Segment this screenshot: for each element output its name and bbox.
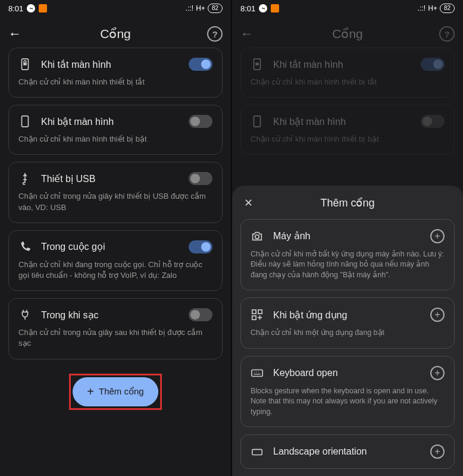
back-button[interactable]: ← <box>8 26 21 42</box>
status-bar: 8:01 .::! H+ 82 <box>0 0 231 17</box>
sheet-item-title: Khi bật ứng dụng <box>273 309 421 321</box>
signal-icon: .::! <box>186 4 193 12</box>
signal-icon: .::! <box>418 4 426 12</box>
gate-item-charging[interactable]: Trong khi sạc Chặn cử chỉ trong nửa giây… <box>8 298 223 359</box>
sheet-item-app-open[interactable]: Khi bật ứng dụng + Chặn cử chỉ khi một ứ… <box>240 298 455 349</box>
toggle-usb[interactable] <box>189 172 212 185</box>
camera-icon <box>251 230 264 243</box>
back-button: ← <box>240 26 254 42</box>
sheet-item-desc: Blocks gesture when the keyboard is open… <box>251 386 445 418</box>
status-bar: 8:01 .::! H+ 82 <box>232 0 463 17</box>
screen-right: 8:01 .::! H+ 82 ← Cổng ? Khi tắt màn hìn… <box>232 0 463 476</box>
svg-rect-3 <box>254 59 261 70</box>
sheet-item-title: Keyboard open <box>273 368 421 378</box>
gates-list: Khi tắt màn hình Chặn cử chỉ khi màn hìn… <box>0 48 231 476</box>
gate-title: Khi bật màn hình <box>273 116 411 127</box>
add-icon[interactable]: + <box>430 229 445 243</box>
svg-rect-9 <box>252 316 256 320</box>
gate-title: Trong khi sạc <box>41 309 179 321</box>
toggle <box>421 115 445 128</box>
gate-title: Khi tắt màn hình <box>41 59 179 70</box>
app-icon <box>39 4 47 12</box>
lock-phone-icon <box>18 58 32 71</box>
lock-phone-icon <box>251 58 264 71</box>
app-icon <box>271 4 279 12</box>
svg-rect-4 <box>255 62 259 65</box>
sheet-item-keyboard[interactable]: Keyboard open + Blocks gesture when the … <box>240 356 455 428</box>
gate-desc: Chặn cử chỉ trong nửa giây sau khi thiết… <box>18 327 212 349</box>
svg-rect-10 <box>252 369 262 376</box>
gate-desc: Chặn cử chỉ khi màn hình thiết bị bật <box>251 134 445 145</box>
help-button[interactable]: ? <box>207 26 223 42</box>
battery-indicator: 82 <box>440 4 455 13</box>
sheet-item-desc: Chặn cử chỉ khi mở bất kỳ ứng dụng máy ả… <box>251 249 445 281</box>
highlight-annotation: + Thêm cổng <box>69 374 161 410</box>
gate-desc: Chặn cử chỉ khi màn hình thiết bị tắt <box>251 77 445 87</box>
svg-rect-11 <box>252 449 262 455</box>
sheet-item-camera[interactable]: Máy ảnh + Chặn cử chỉ khi mở bất kỳ ứng … <box>240 219 455 291</box>
sheet-item-landscape[interactable]: Landscape orientation + <box>240 434 455 469</box>
apps-icon <box>251 308 264 321</box>
network-label: H+ <box>428 4 437 12</box>
gate-desc: Chặn cử chỉ khi đang trong cuộc gọi. Chỉ… <box>18 259 212 281</box>
plus-icon: + <box>87 385 94 399</box>
svg-rect-5 <box>254 116 261 127</box>
gate-desc: Chặn cử chỉ khi màn hình thiết bị tắt <box>18 77 212 87</box>
sheet-title: Thêm cổng <box>320 196 374 209</box>
gate-item-screen-off: Khi tắt màn hình Chặn cử chỉ khi màn hìn… <box>240 48 455 98</box>
sheet-item-title: Landscape orientation <box>273 446 421 457</box>
messenger-icon <box>27 4 35 12</box>
toggle <box>421 58 445 71</box>
messenger-icon <box>259 4 267 12</box>
gate-item-screen-on: Khi bật màn hình Chặn cử chỉ khi màn hìn… <box>240 105 455 155</box>
gate-desc: Chặn cử chỉ trong nửa giây khi thiết bị … <box>18 191 212 212</box>
gate-title: Khi bật màn hình <box>41 116 179 127</box>
phone-icon <box>251 115 264 128</box>
fab-label: Thêm cổng <box>99 386 144 397</box>
gate-item-screen-on[interactable]: Khi bật màn hình Chặn cử chỉ khi màn hìn… <box>8 105 223 155</box>
header: ← Cổng ? <box>232 17 463 48</box>
usb-icon <box>18 172 32 185</box>
gate-item-usb[interactable]: Thiết bị USB Chặn cử chỉ trong nửa giây … <box>8 162 223 223</box>
sheet-item-desc: Chặn cử chỉ khi một ứng dụng đang bật <box>251 328 445 339</box>
gate-title: Trong cuộc gọi <box>41 241 179 252</box>
toggle-call[interactable] <box>189 240 212 253</box>
status-time: 8:01 <box>240 4 255 13</box>
close-sheet-button[interactable]: ✕ <box>244 196 253 209</box>
add-gate-button[interactable]: + Thêm cổng <box>73 377 158 406</box>
screen-left: 8:01 .::! H+ 82 ← Cổng ? Khi tắt màn hìn… <box>0 0 231 476</box>
svg-point-6 <box>255 234 259 238</box>
gate-item-call[interactable]: Trong cuộc gọi Chặn cử chỉ khi đang tron… <box>8 230 223 291</box>
add-gate-sheet: ✕ Thêm cổng Máy ảnh + Chặn cử chỉ khi mở… <box>232 186 463 477</box>
toggle-screen-on[interactable] <box>189 115 212 128</box>
page-title: Cổng <box>332 27 363 41</box>
gate-item-screen-off[interactable]: Khi tắt màn hình Chặn cử chỉ khi màn hìn… <box>8 48 223 98</box>
gates-list-dimmed: Khi tắt màn hình Chặn cử chỉ khi màn hìn… <box>232 48 463 162</box>
svg-rect-7 <box>252 310 256 314</box>
network-label: H+ <box>196 4 205 12</box>
toggle-charging[interactable] <box>189 308 212 321</box>
plug-icon <box>18 308 32 321</box>
add-icon[interactable]: + <box>430 308 445 322</box>
svg-rect-8 <box>258 310 262 314</box>
add-icon[interactable]: + <box>430 444 445 459</box>
gate-title: Thiết bị USB <box>41 173 179 184</box>
call-icon <box>18 240 32 253</box>
add-icon[interactable]: + <box>430 366 445 380</box>
gate-desc: Chặn cử chỉ khi màn hình thiết bị bật <box>18 134 212 145</box>
svg-rect-1 <box>23 62 27 65</box>
toggle-screen-off[interactable] <box>189 58 212 71</box>
header: ← Cổng ? <box>0 17 231 48</box>
gate-title: Khi tắt màn hình <box>273 59 411 70</box>
keyboard-icon <box>251 367 264 380</box>
help-button: ? <box>439 26 455 42</box>
rotate-icon <box>251 445 264 458</box>
page-title: Cổng <box>100 27 131 41</box>
svg-rect-2 <box>22 116 29 127</box>
battery-indicator: 82 <box>208 4 223 13</box>
status-time: 8:01 <box>8 4 23 13</box>
phone-icon <box>18 115 32 128</box>
sheet-item-title: Máy ảnh <box>273 230 421 242</box>
